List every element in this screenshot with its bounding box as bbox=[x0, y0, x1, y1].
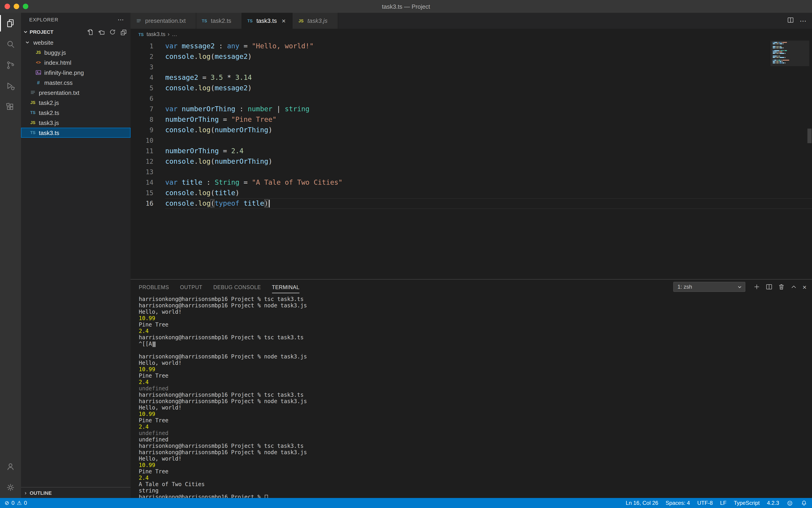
zoom-window-button[interactable] bbox=[23, 4, 28, 9]
more-actions-icon[interactable]: ⋯ bbox=[800, 17, 807, 25]
tree-item-index.html[interactable]: <>index.html bbox=[21, 57, 130, 68]
status-item[interactable]: UTF-8 bbox=[697, 500, 713, 506]
tree-item-task2.js[interactable]: JStask2.js bbox=[21, 97, 130, 108]
terminal-line: ^[[A bbox=[139, 341, 812, 347]
split-terminal-icon[interactable] bbox=[766, 283, 773, 291]
terminal[interactable]: harrisonkong@harrisonsmbp16 Project % ts… bbox=[130, 294, 812, 498]
panel-tab-output[interactable]: OUTPUT bbox=[180, 281, 202, 293]
new-file-icon[interactable] bbox=[87, 29, 94, 35]
problems-status[interactable]: ⊘ 0 ⚠ 0 bbox=[5, 500, 27, 506]
vscode-window: task3.ts — Project EXPLORER ⋯ PROJECT we… bbox=[0, 0, 812, 508]
new-folder-icon[interactable] bbox=[98, 29, 105, 35]
collapse-all-icon[interactable] bbox=[120, 29, 127, 35]
terminal-line: undefined bbox=[139, 430, 812, 436]
status-item[interactable]: LF bbox=[720, 500, 726, 506]
code-area[interactable]: var message2 : any = "Hello, world!"cons… bbox=[153, 41, 812, 279]
breadcrumb-file[interactable]: task3.ts bbox=[147, 31, 165, 37]
refresh-icon[interactable] bbox=[109, 29, 116, 35]
status-item[interactable]: Ln 16, Col 26 bbox=[626, 500, 658, 506]
explorer-actions bbox=[87, 29, 127, 35]
js-file-icon: JS bbox=[29, 120, 37, 125]
kill-terminal-icon[interactable] bbox=[778, 283, 785, 291]
terminal-line: harrisonkong@harrisonsmbp16 Project % ts… bbox=[139, 392, 812, 398]
terminal-line: string bbox=[139, 488, 812, 494]
activity-source-control[interactable] bbox=[0, 55, 21, 76]
run-debug-icon bbox=[5, 81, 15, 91]
chevron-right-icon: › bbox=[168, 31, 169, 37]
breadcrumb-more[interactable]: … bbox=[172, 31, 177, 37]
terminal-line: harrisonkong@harrisonsmbp16 Project % no… bbox=[139, 449, 812, 456]
tree-item-label: presentation.txt bbox=[39, 89, 79, 96]
terminal-line: harrisonkong@harrisonsmbp16 Project % no… bbox=[139, 302, 812, 309]
activity-account[interactable] bbox=[0, 456, 21, 477]
window-title: task3.ts — Project bbox=[0, 3, 812, 10]
panel-tab-problems[interactable]: PROBLEMS bbox=[139, 281, 169, 293]
tab-task2.ts[interactable]: TStask2.ts bbox=[196, 13, 242, 29]
new-terminal-icon[interactable] bbox=[753, 283, 761, 291]
terminal-line: Pine Tree bbox=[139, 322, 812, 328]
editor-group: presentation.txtTStask2.tsTStask3.ts×JSt… bbox=[130, 13, 812, 498]
tree-item-infinity-line.png[interactable]: infinity-line.png bbox=[21, 68, 130, 78]
terminal-shell-select[interactable]: 1: zsh bbox=[673, 282, 745, 292]
activity-settings[interactable] bbox=[0, 477, 21, 498]
tree-item-buggy.js[interactable]: JSbuggy.js bbox=[21, 47, 130, 57]
status-item[interactable]: 4.2.3 bbox=[767, 500, 779, 506]
status-item[interactable]: Spaces: 4 bbox=[665, 500, 690, 506]
close-icon[interactable]: × bbox=[279, 17, 288, 25]
tree-item-label: buggy.js bbox=[44, 49, 66, 56]
settings-icon bbox=[5, 482, 15, 493]
tab-task3.js[interactable]: JStask3.js bbox=[293, 13, 338, 29]
tree-item-website[interactable]: website bbox=[21, 37, 130, 47]
tree-item-task3.js[interactable]: JStask3.js bbox=[21, 118, 130, 128]
tab-bar: presentation.txtTStask2.tsTStask3.ts×JSt… bbox=[130, 13, 812, 29]
activity-search[interactable] bbox=[0, 34, 21, 55]
maximize-panel-icon[interactable] bbox=[790, 283, 798, 291]
terminal-line: 2.4 bbox=[139, 424, 812, 430]
status-right: Ln 16, Col 26Spaces: 4UTF-8LFTypeScript4… bbox=[626, 500, 807, 506]
tab-presentation.txt[interactable]: presentation.txt bbox=[130, 13, 196, 29]
terminal-line: harrisonkong@harrisonsmbp16 Project % ts… bbox=[139, 443, 812, 449]
minimize-window-button[interactable] bbox=[14, 4, 19, 9]
code-line: numberOrThing = "Pine Tree" bbox=[165, 115, 812, 125]
tree-item-master.css[interactable]: #master.css bbox=[21, 78, 130, 88]
tab-task3.ts[interactable]: TStask3.ts× bbox=[242, 13, 293, 29]
terminal-line: Pine Tree bbox=[139, 468, 812, 475]
feedback-icon[interactable] bbox=[786, 500, 793, 506]
tree-item-presentation.txt[interactable]: presentation.txt bbox=[21, 88, 130, 97]
line-number: 12 bbox=[130, 157, 153, 167]
explorer-icon bbox=[5, 18, 15, 28]
bell-icon[interactable] bbox=[801, 500, 807, 506]
minimap-line bbox=[773, 56, 805, 56]
tree-item-task2.ts[interactable]: TStask2.ts bbox=[21, 108, 130, 118]
activity-run-debug[interactable] bbox=[0, 76, 21, 97]
tree-item-task3.ts[interactable]: TStask3.ts bbox=[21, 128, 130, 138]
status-item[interactable]: TypeScript bbox=[734, 500, 760, 506]
editor-scrollbar[interactable] bbox=[807, 129, 812, 143]
close-panel-icon[interactable]: × bbox=[802, 284, 807, 290]
minimap[interactable] bbox=[773, 42, 805, 64]
terminal-line: 2.4 bbox=[139, 379, 812, 385]
tree-item-label: task3.ts bbox=[39, 129, 59, 136]
code-line bbox=[165, 167, 812, 177]
chevron-down-icon bbox=[22, 28, 29, 36]
tab-label: task3.ts bbox=[256, 17, 277, 24]
title-bar: task3.ts — Project bbox=[0, 0, 812, 13]
split-editor-icon[interactable] bbox=[787, 16, 794, 25]
outline-section-header[interactable]: › OUTLINE bbox=[21, 487, 130, 498]
activity-extensions[interactable] bbox=[0, 97, 21, 118]
editor: 12345678910111213141516 var message2 : a… bbox=[130, 40, 812, 279]
minimap-line bbox=[773, 50, 805, 51]
js-file-icon: JS bbox=[35, 50, 42, 55]
project-section-header[interactable]: PROJECT bbox=[21, 27, 130, 37]
activity-explorer[interactable] bbox=[0, 13, 21, 34]
terminal-line: Hello, world! bbox=[139, 456, 812, 462]
terminal-cursor bbox=[265, 495, 268, 498]
panel-tab-terminal[interactable]: TERMINAL bbox=[272, 281, 300, 293]
terminal-line: harrisonkong@harrisonsmbp16 Project % ts… bbox=[139, 296, 812, 302]
panel-tab-debug-console[interactable]: DEBUG CONSOLE bbox=[214, 281, 261, 293]
close-window-button[interactable] bbox=[5, 4, 10, 9]
more-actions-icon[interactable]: ⋯ bbox=[118, 16, 124, 23]
line-number: 2 bbox=[130, 51, 153, 62]
activity-bar bbox=[0, 13, 21, 498]
code-line: var message2 : any = "Hello, world!" bbox=[165, 41, 812, 51]
